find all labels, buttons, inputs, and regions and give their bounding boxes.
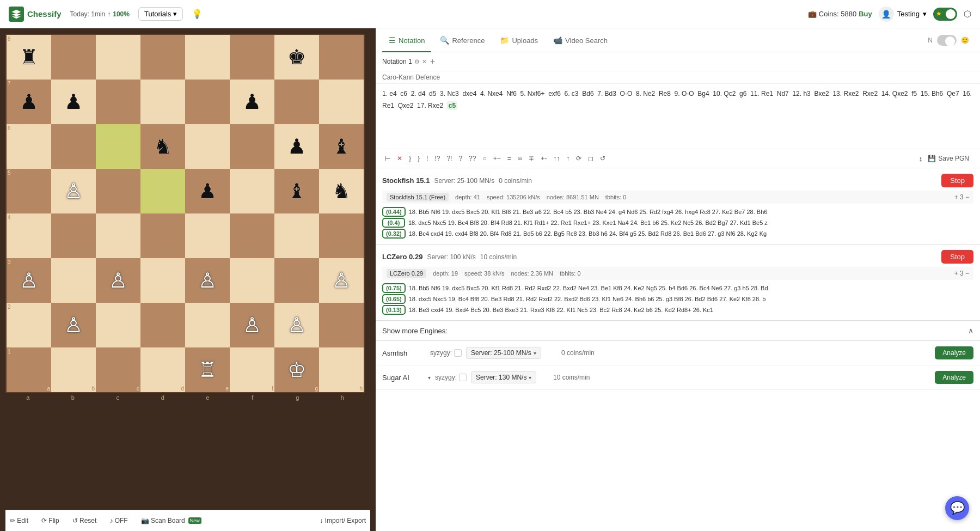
square-b6[interactable] xyxy=(51,124,96,169)
square-h3[interactable]: ♙ xyxy=(319,258,364,303)
nc-delete-button[interactable]: ✕ xyxy=(394,153,405,164)
notation-toggle[interactable] xyxy=(937,35,957,46)
nc-undo-button[interactable]: ↺ xyxy=(597,153,608,164)
user-menu[interactable]: 👤 Testing ▾ xyxy=(879,7,927,22)
sound-toggle-button[interactable]: ♪ OFF xyxy=(105,515,132,527)
notation-gear-icon[interactable]: ⚙ xyxy=(414,58,420,65)
square-a2[interactable]: 2 xyxy=(7,303,51,347)
syzygy-checkbox-sugar[interactable] xyxy=(459,374,467,381)
square-g6[interactable]: ♟ xyxy=(274,124,319,169)
collapse-button[interactable]: ⬡ xyxy=(964,9,971,19)
square-e2[interactable] xyxy=(185,303,230,347)
square-d7[interactable] xyxy=(140,80,185,124)
square-f4[interactable] xyxy=(230,213,274,258)
square-b5[interactable]: ♙ xyxy=(51,169,96,213)
nc-comment-button[interactable]: } xyxy=(406,153,414,164)
square-b7[interactable]: ♟ xyxy=(51,80,96,124)
square-b8[interactable] xyxy=(51,35,96,80)
tab-reference[interactable]: 🔍 Reference xyxy=(433,28,491,52)
square-d6[interactable]: ♞ xyxy=(140,124,185,169)
square-h6[interactable]: ♝ xyxy=(319,124,364,169)
nc-sq-button[interactable]: ◻ xyxy=(585,153,596,164)
square-b2[interactable]: ♙ xyxy=(51,303,96,347)
nc-start-button[interactable]: ⊢ xyxy=(382,153,393,164)
square-g7[interactable] xyxy=(274,80,319,124)
notation-add-button[interactable]: + xyxy=(430,57,435,66)
square-c4[interactable] xyxy=(96,213,140,258)
square-e6[interactable] xyxy=(185,124,230,169)
square-a5[interactable]: 5 xyxy=(7,169,51,213)
square-d3[interactable] xyxy=(140,258,185,303)
import-export-button[interactable]: ↓ Import/ Export xyxy=(315,515,370,527)
nc-pd-button[interactable]: +- xyxy=(538,153,549,164)
nc-mp-button[interactable]: ∓ xyxy=(526,153,537,164)
square-f2[interactable]: ♙ xyxy=(230,303,274,347)
chess-board[interactable]: 8♜♚7♟♟♟6♞♟♝5♙♟♝♞43♙♙♙♙2♙♙♙1abcde♖fg♔h xyxy=(5,34,365,393)
show-more-engines[interactable]: Show more Engines: ∧ xyxy=(376,321,980,341)
square-a8[interactable]: 8♜ xyxy=(7,35,51,80)
server-dropdown-sugar[interactable]: Server: 130 MN/s ▾ xyxy=(471,371,536,383)
square-h8[interactable] xyxy=(319,35,364,80)
square-g2[interactable]: ♙ xyxy=(274,303,319,347)
square-d5[interactable] xyxy=(140,169,185,213)
square-c5[interactable] xyxy=(96,169,140,213)
square-h2[interactable] xyxy=(319,303,364,347)
syzygy-checkbox-asmfish[interactable] xyxy=(454,349,462,357)
square-e7[interactable] xyxy=(185,80,230,124)
flip-button[interactable]: ⟳ Flip xyxy=(37,515,64,527)
toggle-switch-control[interactable]: ★ xyxy=(933,8,957,21)
reset-button[interactable]: ↺ Reset xyxy=(68,515,101,527)
tab-video-search[interactable]: 📹 Video Search xyxy=(547,28,614,52)
nc-pm-button[interactable]: +− xyxy=(491,153,504,164)
square-g4[interactable] xyxy=(274,213,319,258)
edit-button[interactable]: ✏ Edit xyxy=(5,515,33,527)
nc-exclaim-button[interactable]: ! xyxy=(424,153,431,164)
square-a7[interactable]: 7♟ xyxy=(7,80,51,124)
square-e5[interactable]: ♟ xyxy=(185,169,230,213)
square-h1[interactable]: h xyxy=(319,347,364,392)
square-a3[interactable]: 3♙ xyxy=(7,258,51,303)
current-move[interactable]: c5 xyxy=(447,101,457,110)
square-c1[interactable]: c xyxy=(96,347,140,392)
square-f1[interactable]: f xyxy=(230,347,274,392)
logo[interactable]: Chessify xyxy=(9,7,62,22)
square-b3[interactable] xyxy=(51,258,96,303)
nc-exclaim-q-button[interactable]: !? xyxy=(432,153,443,164)
square-a1[interactable]: 1a xyxy=(7,347,51,392)
square-h5[interactable]: ♞ xyxy=(319,169,364,213)
analyze-button-asmfish[interactable]: Analyze xyxy=(935,346,973,359)
stockfish-stop-button[interactable]: Stop xyxy=(941,174,973,187)
square-h7[interactable] xyxy=(319,80,364,124)
square-d4[interactable] xyxy=(140,213,185,258)
scan-board-button[interactable]: 📷 Scan BoardNew xyxy=(137,515,206,527)
nc-circle-button[interactable]: ○ xyxy=(480,153,489,164)
lczero-stop-button[interactable]: Stop xyxy=(941,250,973,264)
square-g1[interactable]: g♔ xyxy=(274,347,319,392)
square-b1[interactable]: b xyxy=(51,347,96,392)
square-c8[interactable] xyxy=(96,35,140,80)
chat-bubble[interactable]: 💬 xyxy=(945,496,969,520)
square-f6[interactable] xyxy=(230,124,274,169)
nc-inf-button[interactable]: ∞ xyxy=(515,153,525,164)
square-d8[interactable] xyxy=(140,35,185,80)
nc-up-button[interactable]: ↑ xyxy=(564,153,572,164)
square-b4[interactable] xyxy=(51,213,96,258)
square-d1[interactable]: d xyxy=(140,347,185,392)
server-dropdown-asmfish[interactable]: Server: 25-100 MN/s ▾ xyxy=(466,347,541,359)
nc-var-button[interactable]: } xyxy=(415,153,422,164)
square-d2[interactable] xyxy=(140,303,185,347)
square-e4[interactable] xyxy=(185,213,230,258)
square-c7[interactable] xyxy=(96,80,140,124)
nc-q-exclaim-button[interactable]: ?! xyxy=(444,153,455,164)
tab-notation[interactable]: ☰ Notation xyxy=(382,28,431,52)
square-c3[interactable]: ♙ xyxy=(96,258,140,303)
square-f5[interactable] xyxy=(230,169,274,213)
square-g3[interactable] xyxy=(274,258,319,303)
square-g5[interactable]: ♝ xyxy=(274,169,319,213)
save-pgn-button[interactable]: 💾 Save PGN xyxy=(923,152,973,164)
square-g8[interactable]: ♚ xyxy=(274,35,319,80)
square-f3[interactable] xyxy=(230,258,274,303)
nc-eq-button[interactable]: = xyxy=(505,153,514,164)
square-f7[interactable]: ♟ xyxy=(230,80,274,124)
square-c6[interactable] xyxy=(96,124,140,169)
